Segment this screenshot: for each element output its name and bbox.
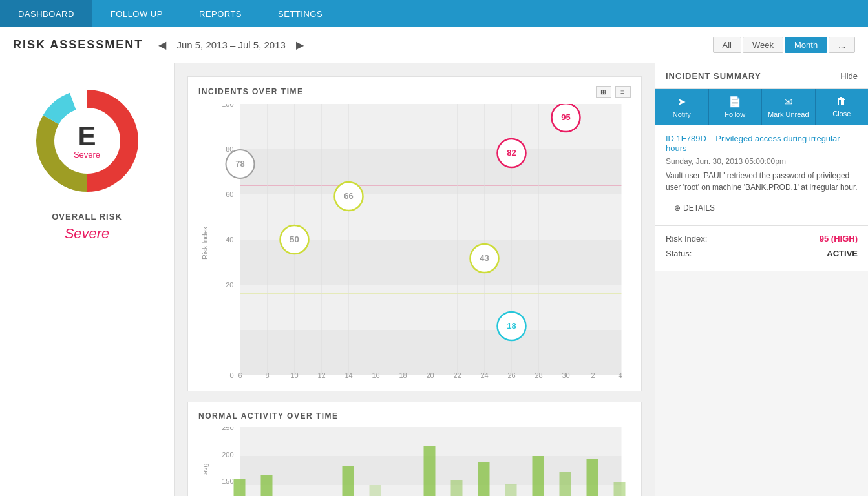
svg-rect-79 — [587, 459, 598, 496]
risk-index-value: 95 (HIGH) — [820, 234, 858, 243]
svg-text:20: 20 — [226, 281, 233, 289]
status-label: Status: — [666, 249, 692, 258]
prev-arrow[interactable]: ◀ — [156, 36, 169, 54]
period-more[interactable]: ... — [829, 37, 855, 53]
incidents-chart-section: INCIDENTS OVER TIME ⊞ ≡ Risk Index — [187, 76, 642, 391]
overall-risk-label: OVERALL RISK — [52, 212, 122, 222]
period-buttons: All Week Month ... — [713, 37, 855, 53]
status-value: ACTIVE — [827, 249, 858, 258]
status-row: Status: ACTIVE — [666, 249, 858, 258]
svg-rect-77 — [533, 456, 544, 496]
incident-summary-title: INCIDENT SUMMARY — [666, 71, 761, 81]
date-navigation: ◀ Jun 5, 2013 – Jul 5, 2013 ▶ — [156, 36, 306, 54]
incident-id-line: ID 1F789D – Privileged access during irr… — [666, 134, 858, 153]
risk-grade: E — [74, 123, 100, 150]
svg-rect-72 — [370, 485, 381, 496]
mark-unread-icon: ✉ — [784, 96, 792, 108]
normal-y-label: avg — [198, 427, 211, 496]
svg-rect-76 — [505, 484, 517, 496]
incident-description: Vault user 'PAUL' retrieved the password… — [666, 170, 858, 193]
close-button[interactable]: 🗑 Close — [816, 89, 869, 125]
svg-text:82: 82 — [507, 148, 516, 158]
notify-icon: ➤ — [677, 96, 686, 108]
incident-detail: ID 1F789D – Privileged access during irr… — [655, 125, 868, 226]
period-week[interactable]: Week — [743, 37, 783, 53]
mark-unread-button[interactable]: ✉ Mark Unread — [762, 89, 816, 125]
svg-rect-73 — [424, 446, 436, 496]
risk-info: Risk Index: 95 (HIGH) Status: ACTIVE — [655, 226, 868, 271]
svg-rect-69 — [234, 479, 246, 496]
nav-followup[interactable]: FOLLOW UP — [92, 0, 181, 27]
period-month[interactable]: Month — [785, 37, 827, 53]
svg-rect-78 — [560, 472, 571, 496]
notify-label: Notify — [673, 110, 691, 118]
svg-text:95: 95 — [561, 112, 570, 122]
left-sidebar: E Severe OVERALL RISK Severe — [0, 63, 175, 496]
top-nav: DASHBOARD FOLLOW UP REPORTS SETTINGS — [0, 0, 868, 27]
svg-text:60: 60 — [226, 191, 233, 198]
action-buttons: ➤ Notify 📄 Follow ✉ Mark Unread 🗑 Close — [655, 89, 868, 125]
risk-index-label: Risk Index: — [666, 234, 707, 243]
notify-button[interactable]: ➤ Notify — [655, 89, 709, 125]
risk-grade-label: Severe — [74, 150, 100, 160]
page-title: RISK ASSESSMENT — [13, 38, 143, 52]
svg-text:78: 78 — [235, 159, 244, 169]
incident-summary-header: INCIDENT SUMMARY Hide — [655, 63, 868, 89]
nav-dashboard[interactable]: DASHBOARD — [0, 0, 92, 27]
nav-reports[interactable]: REPORTS — [181, 0, 260, 27]
follow-button[interactable]: 📄 Follow — [709, 89, 763, 125]
svg-rect-9 — [240, 330, 622, 375]
date-range: Jun 5, 2013 – Jul 5, 2013 — [176, 39, 285, 50]
normal-activity-title: NORMAL ACTIVITY OVER TIME — [198, 411, 631, 420]
overall-risk-value: Severe — [65, 225, 110, 242]
svg-rect-5 — [240, 149, 622, 194]
svg-rect-71 — [343, 466, 354, 496]
next-arrow[interactable]: ▶ — [293, 36, 306, 54]
details-plus-icon: ⊕ — [674, 203, 681, 212]
right-panel: INCIDENT SUMMARY Hide ➤ Notify 📄 Follow … — [655, 63, 868, 496]
svg-text:100: 100 — [222, 104, 233, 108]
follow-icon: 📄 — [728, 96, 741, 108]
svg-rect-75 — [478, 462, 490, 496]
svg-text:250: 250 — [222, 427, 233, 431]
svg-text:200: 200 — [222, 451, 233, 459]
hide-link[interactable]: Hide — [840, 71, 858, 81]
svg-text:50: 50 — [290, 234, 299, 244]
header-bar: RISK ASSESSMENT ◀ Jun 5, 2013 – Jul 5, 2… — [0, 27, 868, 63]
period-all[interactable]: All — [713, 37, 741, 53]
nav-settings[interactable]: SETTINGS — [260, 0, 341, 27]
donut-chart: E Severe — [29, 83, 145, 199]
svg-rect-80 — [614, 482, 626, 496]
main-layout: E Severe OVERALL RISK Severe INCIDENTS O… — [0, 63, 868, 496]
y-axis-label: Risk Index — [198, 104, 211, 382]
close-label: Close — [832, 110, 851, 118]
follow-label: Follow — [725, 110, 745, 118]
scatter-view-icon[interactable]: ⊞ — [596, 86, 611, 98]
incidents-chart-title: INCIDENTS OVER TIME ⊞ ≡ — [198, 86, 631, 98]
svg-rect-8 — [240, 285, 622, 330]
donut-center: E Severe — [74, 123, 100, 160]
svg-text:40: 40 — [226, 236, 233, 243]
normal-activity-svg: 250 200 150 0 — [211, 427, 631, 496]
chart-view-icons: ⊞ ≡ — [596, 86, 631, 98]
svg-text:18: 18 — [507, 321, 516, 331]
content-area: INCIDENTS OVER TIME ⊞ ≡ Risk Index — [175, 63, 655, 496]
svg-rect-74 — [451, 480, 463, 496]
risk-index-row: Risk Index: 95 (HIGH) — [666, 234, 858, 243]
incident-id-static: ID 1F789D — [666, 134, 706, 143]
svg-text:43: 43 — [480, 253, 489, 263]
normal-activity-chart-section: NORMAL ACTIVITY OVER TIME avg 250 200 15… — [187, 402, 642, 496]
details-button[interactable]: ⊕ DETAILS — [666, 200, 723, 216]
svg-text:66: 66 — [344, 191, 353, 201]
scatter-chart-svg: 100 80 60 40 20 0 6 8 10 12 14 16 18 20 — [211, 104, 631, 382]
details-label: DETAILS — [683, 203, 715, 212]
list-view-icon[interactable]: ≡ — [615, 86, 631, 98]
close-icon: 🗑 — [836, 96, 847, 107]
mark-unread-label: Mark Unread — [768, 110, 809, 118]
svg-text:150: 150 — [222, 477, 233, 485]
svg-text:0: 0 — [229, 371, 233, 379]
svg-rect-70 — [261, 475, 273, 496]
incident-date: Sunday, Jun. 30, 2013 05:00:00pm — [666, 157, 858, 166]
